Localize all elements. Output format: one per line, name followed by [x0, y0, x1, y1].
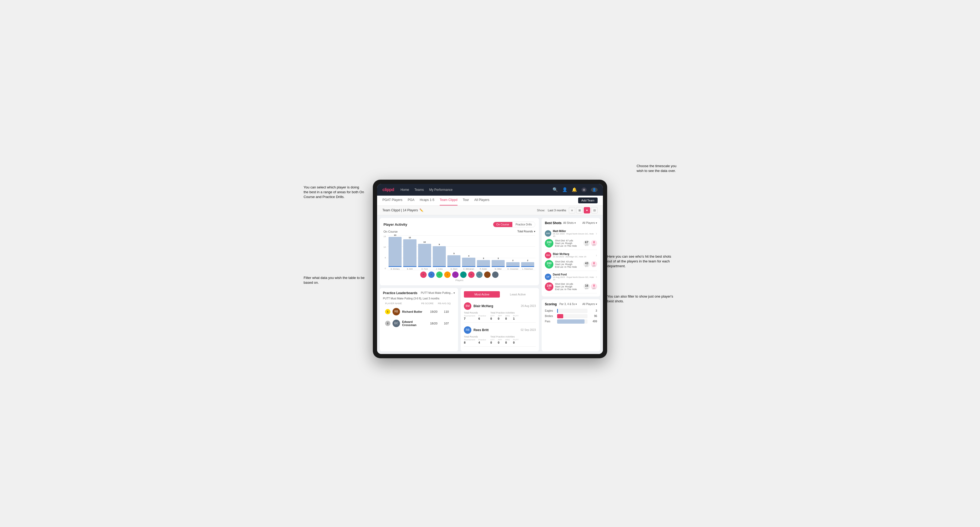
shot-score-num-1: 200 — [547, 241, 552, 244]
sub-nav-hcaps[interactable]: Hcaps 1-5 — [420, 195, 434, 205]
sc-title: Scoring — [545, 302, 557, 306]
lb-player-info-2: Edward Crossman — [402, 320, 428, 327]
shot-score-sub-1: SG — [548, 244, 550, 246]
sc-bar-wrap-birdies — [557, 314, 587, 318]
edit-icon[interactable]: ✏️ — [419, 208, 423, 212]
sc-label-pars: Pars — [545, 320, 555, 323]
shot-dist2-2: 0 yds — [591, 261, 597, 267]
bar-label-1: B. Britt — [407, 268, 412, 270]
sc-val-birdies: 96 — [589, 314, 597, 317]
dist-num-1-2: 43 — [585, 262, 588, 265]
view-heart-icon[interactable]: ♥ — [584, 207, 590, 213]
shot-row-1[interactable]: MM Matt Miller 09 Jun 2023 · Royal North… — [545, 227, 597, 250]
lb-col-player: PLAYER NAME — [385, 302, 419, 305]
sub-nav-all-players[interactable]: All Players — [474, 195, 490, 205]
bar-value-2: 10 — [423, 241, 426, 243]
nav-teams[interactable]: Teams — [414, 188, 424, 192]
search-icon[interactable]: 🔍 — [552, 187, 558, 192]
sub-nav-team-clippd[interactable]: Team Clippd — [440, 195, 458, 205]
sc-val-eagles: 3 — [589, 309, 597, 312]
sc-bar-birdies — [557, 314, 563, 318]
annotation-left-top: You can select which player is doing the… — [304, 185, 365, 200]
most-active-btn[interactable]: Most Active — [464, 291, 500, 298]
user-circle-icon[interactable]: 👤 — [591, 187, 598, 192]
shot-dist2-3: 0 yds — [591, 284, 597, 290]
view-list-icon[interactable]: ≡ — [569, 207, 575, 213]
bar-chart: 13B. McHarg12B. Britt10D. Ford9J. Coles5… — [387, 235, 535, 270]
pa-rounds-tournament-2: 8 — [464, 341, 475, 344]
nav-my-performance[interactable]: My Performance — [429, 188, 452, 192]
person-icon[interactable]: 👤 — [562, 187, 568, 192]
left-panel: Player Activity On Course Practice Drill… — [380, 218, 539, 351]
tablet-shell: clippd Home Teams My Performance 🔍 👤 🔔 ⊕… — [373, 179, 607, 358]
player-avatar-3: J — [444, 271, 450, 278]
lb-row-2[interactable]: 2 EC Edward Crossman 18/20 107 — [383, 318, 455, 329]
chart-header: On Course Total Rounds ▾ — [383, 230, 535, 233]
time-filter-select[interactable]: Last 3 months — [548, 209, 566, 212]
bar-group-7: 3M. Miller — [492, 257, 504, 270]
bs-filter2-chevron-icon: ▾ — [596, 221, 597, 224]
sc-filter2[interactable]: All Players ▾ — [582, 303, 597, 306]
bar-label-4: E. Ebert — [450, 268, 457, 270]
lb-filter[interactable]: PUTT Must Make Putting... ▾ — [421, 291, 455, 294]
pa-activities-group-1: Total Practice Activities GTT 0 APP — [490, 311, 519, 320]
bar-value-1: 12 — [409, 237, 411, 239]
bar-label-2: D. Ford — [422, 268, 428, 270]
lb-row-1[interactable]: 1 RB Richard Butler 19/20 110 — [383, 306, 455, 317]
bs-header: Best Shots All Shots ▾ All Players ▾ — [545, 221, 597, 225]
sc-bar-eagles — [557, 309, 558, 313]
bell-icon[interactable]: 🔔 — [572, 187, 577, 192]
dist-sub-2-2: yds — [593, 265, 595, 267]
bar-value-0: 13 — [394, 234, 396, 237]
dist-sub-1-2: yds — [585, 265, 588, 267]
bar-group-1: 12B. Britt — [403, 237, 416, 270]
dist-num-2-2: 0 — [593, 262, 595, 265]
bs-filter1[interactable]: All Shots ▾ — [563, 221, 576, 224]
bar-0 — [388, 237, 402, 267]
pa-rounds-practice-2: 4 — [478, 341, 486, 344]
pa-stats-2: Total Rounds Tournament 8 Practice — [464, 335, 536, 344]
bs-filter2[interactable]: All Players ▾ — [582, 221, 597, 224]
bs-filter2-label: All Players — [582, 221, 595, 224]
chart-filter[interactable]: Total Rounds ▾ — [517, 230, 535, 233]
bar-value-6: 3 — [483, 257, 484, 259]
lb-rank-2: 2 — [385, 321, 390, 326]
bottom-row: Practice Leaderboards PUTT Must Make Put… — [380, 288, 539, 351]
shot-chevron-1: › — [596, 231, 597, 236]
lb-title: Practice Leaderboards — [383, 291, 417, 295]
pa-app-1: APP 0 — [498, 314, 502, 320]
top-nav: clippd Home Teams My Performance 🔍 👤 🔔 ⊕… — [377, 184, 603, 195]
shot-row-2[interactable]: BM Blair McHarg 23 Jul 2023 · Ashridge G… — [545, 250, 597, 271]
player-avatar-4: E — [452, 271, 458, 278]
bar-group-6: 3R. Butler — [477, 257, 490, 270]
sub-nav-pga[interactable]: PGA — [408, 195, 414, 205]
sub-nav-tour[interactable]: Tour — [463, 195, 469, 205]
shot-info-2: Shot Dist: 43 yds Start Lie: Rough End L… — [555, 260, 582, 268]
shot-player-sub-1: 09 Jun 2023 · Royal North Devon GC, Hole… — [553, 233, 596, 237]
pa-rounds-sub-2: Tournament 8 — [464, 338, 475, 344]
y-label-5: 5 — [385, 257, 386, 259]
player-avatar-5: O — [460, 271, 466, 278]
toggle-practice-drills[interactable]: Practice Drills — [512, 222, 535, 227]
view-sliders-icon[interactable]: ⊟ — [591, 207, 598, 213]
view-grid-icon[interactable]: ⊞ — [576, 207, 583, 213]
shot-score-sub-3: SG — [548, 287, 550, 289]
scoring-bar-birdies: Birdies 96 — [545, 314, 597, 318]
nav-home[interactable]: Home — [401, 188, 409, 192]
shot-player-2: BM Blair McHarg 23 Jul 2023 · Ashridge G… — [545, 252, 597, 259]
pa-gtt-2: GTT 0 — [490, 338, 495, 344]
player-activity-card: Player Activity On Course Practice Drill… — [380, 218, 539, 285]
add-team-button[interactable]: Add Team — [578, 197, 598, 203]
nav-links: Home Teams My Performance — [401, 188, 452, 192]
sub-nav-pgat[interactable]: PGAT Players — [382, 195, 402, 205]
least-active-btn[interactable]: Least Active — [500, 291, 536, 298]
pa-gtt-val-1: 0 — [490, 317, 495, 320]
toggle-on-course[interactable]: On Course — [493, 222, 512, 227]
plus-circle-icon[interactable]: ⊕ — [581, 187, 587, 192]
shot-row-3[interactable]: DF David Ford 24 Aug 2023 · Royal North … — [545, 271, 597, 293]
sc-filter1[interactable]: Par 3, 4 & 5s ▾ — [560, 303, 577, 306]
sc-bar-pars — [557, 319, 584, 324]
dist-num-1-3: 16 — [585, 284, 588, 287]
dist-num-2-3: 0 — [593, 284, 595, 287]
pa-rounds-group-1: Total Rounds Tournament 7 Practice — [464, 311, 486, 320]
